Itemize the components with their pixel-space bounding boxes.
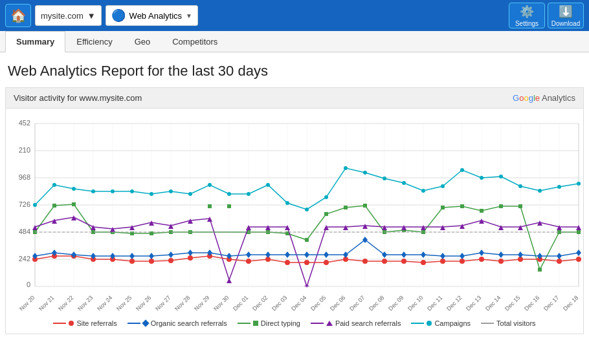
svg-point-164 [129, 259, 135, 264]
svg-point-78 [150, 192, 153, 196]
svg-point-97 [518, 184, 522, 188]
svg-rect-127 [538, 268, 542, 272]
svg-text:Dec 04: Dec 04 [290, 294, 307, 312]
header-right: ⚙️ Settings ⬇️ Download [509, 3, 584, 28]
home-button[interactable]: 🏠 [5, 4, 31, 27]
svg-point-170 [246, 259, 251, 264]
svg-point-182 [479, 257, 484, 262]
svg-rect-103 [72, 202, 76, 206]
app-header: 🏠 mysite.com ▼ 🔵 Web Analytics ▼ ⚙️ Sett… [0, 0, 589, 31]
line-chart: 452 210 968 726 484 242 0 [6, 114, 582, 314]
settings-button[interactable]: ⚙️ Settings [509, 3, 545, 28]
svg-text:452: 452 [19, 119, 30, 127]
svg-marker-144 [304, 284, 309, 286]
legend-label-total: Total visitors [496, 319, 536, 327]
svg-marker-152 [460, 224, 465, 229]
svg-point-82 [227, 192, 231, 196]
header-left: 🏠 mysite.com ▼ 🔵 Web Analytics ▼ [5, 4, 198, 27]
svg-text:Nov 24: Nov 24 [96, 294, 113, 312]
svg-point-96 [499, 175, 503, 178]
settings-icon: ⚙️ [520, 5, 534, 19]
chart-header-text: Visitor activity for www.mysite.com [14, 93, 142, 103]
svg-text:Nov 30: Nov 30 [212, 294, 230, 312]
svg-point-92 [421, 189, 425, 193]
svg-point-181 [460, 259, 465, 264]
svg-marker-212 [498, 252, 504, 258]
svg-marker-150 [421, 225, 426, 230]
svg-rect-122 [441, 206, 445, 209]
svg-text:Dec 11: Dec 11 [426, 294, 443, 312]
svg-point-84 [266, 183, 270, 187]
svg-rect-125 [499, 204, 503, 208]
svg-text:Dec 16: Dec 16 [523, 294, 540, 312]
tab-summary[interactable]: Summary [5, 31, 65, 52]
site-dropdown-arrow: ▼ [87, 11, 96, 21]
legend-paid: Paid search referrals [311, 319, 401, 327]
download-icon: ⬇️ [559, 5, 573, 19]
svg-marker-145 [324, 225, 329, 230]
svg-marker-134 [110, 227, 115, 232]
svg-point-77 [130, 189, 134, 193]
svg-text:Nov 25: Nov 25 [115, 294, 133, 312]
svg-text:Dec 03: Dec 03 [271, 294, 288, 312]
svg-point-88 [344, 166, 348, 170]
svg-marker-205 [362, 237, 368, 243]
svg-marker-130 [32, 225, 38, 230]
analytics-selector[interactable]: 🔵 Web Analytics ▼ [106, 5, 198, 26]
svg-marker-157 [557, 225, 562, 230]
svg-text:210: 210 [19, 146, 30, 154]
svg-text:726: 726 [19, 200, 30, 208]
tab-competitors[interactable]: Competitors [161, 31, 228, 52]
page-title: Web Analytics Report for the last 30 day… [0, 52, 589, 87]
chart-container: Visitor activity for www.mysite.com Goog… [5, 87, 584, 334]
svg-point-183 [498, 259, 504, 264]
svg-point-180 [440, 259, 445, 264]
legend-total: Total visitors [481, 319, 536, 327]
svg-point-176 [362, 259, 368, 264]
svg-rect-110 [208, 204, 212, 208]
chart-legend: Site referrals Organic search referrals … [6, 314, 583, 334]
svg-marker-154 [498, 225, 504, 230]
svg-point-89 [363, 171, 367, 175]
svg-text:Dec 05: Dec 05 [309, 294, 327, 312]
legend-label-paid: Paid search referrals [335, 319, 401, 327]
svg-point-76 [111, 189, 115, 193]
svg-marker-147 [362, 224, 368, 229]
svg-rect-129 [577, 230, 581, 234]
svg-rect-123 [460, 204, 464, 208]
svg-rect-116 [324, 212, 328, 216]
svg-marker-210 [460, 253, 465, 259]
tab-efficiency[interactable]: Efficiency [65, 31, 123, 52]
settings-label: Settings [515, 20, 539, 27]
svg-rect-124 [480, 209, 483, 213]
legend-label-organic: Organic search referrals [151, 319, 227, 327]
legend-site-referrals: Site referrals [53, 319, 117, 327]
svg-point-166 [168, 258, 173, 263]
svg-marker-211 [479, 250, 484, 256]
site-selector[interactable]: mysite.com ▼ [35, 5, 102, 26]
svg-marker-142 [265, 225, 271, 230]
download-button[interactable]: ⬇️ Download [548, 3, 584, 28]
svg-rect-118 [363, 204, 367, 208]
svg-point-186 [557, 259, 562, 264]
svg-text:968: 968 [19, 173, 30, 181]
svg-text:242: 242 [19, 255, 30, 262]
svg-marker-202 [304, 252, 309, 258]
svg-rect-117 [344, 206, 348, 209]
svg-rect-115 [305, 238, 309, 242]
tab-geo[interactable]: Geo [124, 31, 162, 52]
svg-point-80 [188, 192, 192, 196]
svg-point-100 [577, 182, 581, 186]
svg-point-167 [188, 255, 193, 261]
svg-text:Dec 02: Dec 02 [251, 294, 269, 312]
svg-text:Dec 17: Dec 17 [542, 294, 560, 312]
svg-point-90 [383, 177, 386, 180]
svg-marker-199 [246, 252, 251, 258]
svg-text:Dec 08: Dec 08 [368, 294, 385, 312]
svg-text:Dec 12: Dec 12 [445, 294, 463, 312]
svg-point-174 [324, 260, 329, 265]
tab-bar: Summary Efficiency Geo Competitors [0, 31, 589, 52]
svg-point-72 [33, 203, 37, 207]
svg-text:Dec 15: Dec 15 [504, 294, 521, 312]
legend-label-direct: Direct typing [261, 319, 300, 327]
